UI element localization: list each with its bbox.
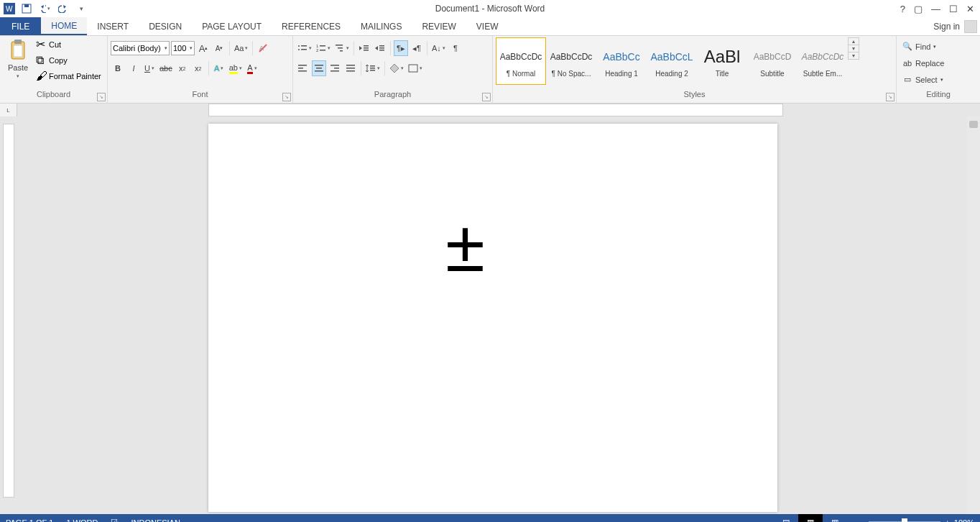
- underline-button[interactable]: U: [142, 60, 157, 76]
- bold-button[interactable]: B: [111, 60, 125, 76]
- styles-gallery[interactable]: AaBbCcDc¶ NormalAaBbCcDc¶ No Spac...AaBb…: [496, 37, 848, 85]
- italic-button[interactable]: I: [126, 60, 141, 76]
- multilevel-list-button[interactable]: [333, 40, 351, 56]
- sign-in-link[interactable]: Sign in: [933, 22, 960, 32]
- view-web-layout[interactable]: ▥: [823, 514, 847, 522]
- help-icon[interactable]: ?: [900, 4, 905, 14]
- status-words[interactable]: 1 WORD: [66, 518, 98, 523]
- svg-rect-37: [370, 65, 375, 67]
- svg-rect-24: [379, 50, 384, 51]
- sort-button[interactable]: A↓: [430, 40, 447, 56]
- font-color-button[interactable]: A: [245, 60, 259, 76]
- shading-button[interactable]: [388, 60, 405, 76]
- line-spacing-button[interactable]: [364, 60, 382, 76]
- borders-button[interactable]: [407, 60, 424, 76]
- qat-customize-icon[interactable]: ▾: [75, 2, 88, 15]
- select-button[interactable]: ▭Select▾: [900, 72, 946, 87]
- increase-indent-button[interactable]: [373, 40, 387, 56]
- align-center-button[interactable]: [312, 60, 326, 76]
- undo-button[interactable]: [37, 2, 52, 15]
- maximize-button[interactable]: ☐: [949, 4, 958, 14]
- vertical-scrollbar[interactable]: [967, 116, 980, 514]
- tab-review[interactable]: REVIEW: [412, 17, 466, 35]
- view-print-layout[interactable]: ▦: [798, 514, 823, 522]
- svg-rect-9: [301, 45, 307, 47]
- horizontal-ruler[interactable]: [17, 104, 980, 116]
- superscript-button[interactable]: x2: [191, 60, 205, 76]
- ltr-button[interactable]: ¶▸: [394, 40, 408, 56]
- close-button[interactable]: ✕: [966, 4, 974, 14]
- highlight-button[interactable]: ab: [228, 60, 244, 76]
- document-page[interactable]: ±: [208, 124, 777, 512]
- styles-scroll[interactable]: ▴▾▾: [848, 37, 859, 60]
- svg-rect-39: [370, 70, 375, 71]
- font-launcher[interactable]: ↘: [282, 93, 291, 101]
- copy-button[interactable]: ⧉Copy: [36, 54, 101, 67]
- find-button[interactable]: 🔍Find▾: [900, 39, 939, 54]
- subscript-button[interactable]: x2: [175, 60, 190, 76]
- shrink-font-button[interactable]: A▾: [212, 40, 226, 56]
- save-icon[interactable]: [20, 2, 33, 15]
- decrease-indent-button[interactable]: [357, 40, 371, 56]
- zoom-level[interactable]: 100%: [954, 518, 974, 523]
- show-marks-button[interactable]: ¶: [448, 40, 463, 56]
- vertical-ruler[interactable]: [0, 116, 17, 514]
- svg-text:2: 2: [316, 48, 319, 52]
- svg-rect-16: [336, 45, 343, 46]
- tab-selector[interactable]: L: [0, 104, 17, 116]
- clear-formatting-button[interactable]: A: [256, 40, 270, 56]
- grow-font-button[interactable]: A▴: [196, 40, 211, 56]
- align-left-button[interactable]: [296, 60, 310, 76]
- zoom-in-button[interactable]: +: [945, 518, 949, 523]
- paste-button[interactable]: Paste ▾: [3, 37, 33, 79]
- document-canvas[interactable]: ±: [17, 116, 967, 514]
- svg-rect-19: [364, 45, 369, 47]
- document-content[interactable]: ±: [445, 210, 485, 282]
- tab-view[interactable]: VIEW: [466, 17, 509, 35]
- paragraph-launcher[interactable]: ↘: [482, 93, 491, 101]
- font-size-combo[interactable]: 100▾: [171, 41, 195, 55]
- tab-page-layout[interactable]: PAGE LAYOUT: [192, 17, 272, 35]
- rtl-button[interactable]: ◂¶: [410, 40, 424, 56]
- format-painter-button[interactable]: 🖌Format Painter: [36, 70, 101, 83]
- svg-point-10: [298, 49, 300, 50]
- style-item-subtitle[interactable]: AaBbCcDSubtitle: [747, 37, 798, 85]
- redo-button[interactable]: [56, 2, 70, 15]
- text-effects-button[interactable]: A: [212, 60, 226, 76]
- tab-references[interactable]: REFERENCES: [272, 17, 351, 35]
- status-proofing-icon[interactable]: ☑: [111, 518, 118, 522]
- clipboard-launcher[interactable]: ↘: [97, 93, 106, 101]
- style-item-heading-2[interactable]: AaBbCcLHeading 2: [647, 37, 697, 85]
- ribbon-display-options-icon[interactable]: ▢: [914, 4, 923, 14]
- cut-button[interactable]: ✂Cut: [36, 37, 101, 51]
- svg-rect-29: [316, 68, 322, 69]
- svg-rect-23: [379, 47, 384, 49]
- status-language[interactable]: INDONESIAN: [131, 518, 180, 523]
- styles-launcher[interactable]: ↘: [886, 93, 895, 101]
- status-page[interactable]: PAGE 1 OF 1: [6, 518, 53, 523]
- view-read-mode[interactable]: ▤: [774, 514, 798, 522]
- strikethrough-button[interactable]: abc: [158, 60, 174, 76]
- tab-home[interactable]: HOME: [41, 17, 87, 35]
- zoom-out-button[interactable]: −: [860, 518, 864, 523]
- font-name-combo[interactable]: Calibri (Body)▾: [111, 41, 170, 55]
- avatar-icon[interactable]: [964, 20, 977, 33]
- replace-button[interactable]: abReplace: [900, 55, 947, 70]
- justify-button[interactable]: [343, 60, 358, 76]
- style-item-subtle-em-[interactable]: AaBbCcDcSubtle Em...: [798, 37, 848, 85]
- style-item--no-spac-[interactable]: AaBbCcDc¶ No Spac...: [546, 37, 596, 85]
- tab-design[interactable]: DESIGN: [139, 17, 192, 35]
- style-item-heading-1[interactable]: AaBbCcHeading 1: [596, 37, 647, 85]
- style-item-title[interactable]: AaBlTitle: [697, 37, 747, 85]
- bullets-button[interactable]: [296, 40, 313, 56]
- tab-insert[interactable]: INSERT: [87, 17, 139, 35]
- minimize-button[interactable]: ―: [931, 4, 940, 14]
- align-right-button[interactable]: [328, 60, 342, 76]
- style-item--normal[interactable]: AaBbCcDc¶ Normal: [496, 37, 546, 85]
- change-case-button[interactable]: Aa: [233, 40, 249, 56]
- tab-mailings[interactable]: MAILINGS: [351, 17, 412, 35]
- numbering-button[interactable]: 12: [315, 40, 332, 56]
- ribbon-tabs: FILE HOME INSERT DESIGN PAGE LAYOUT REFE…: [0, 17, 980, 36]
- tab-file[interactable]: FILE: [0, 17, 41, 35]
- svg-rect-22: [379, 45, 384, 47]
